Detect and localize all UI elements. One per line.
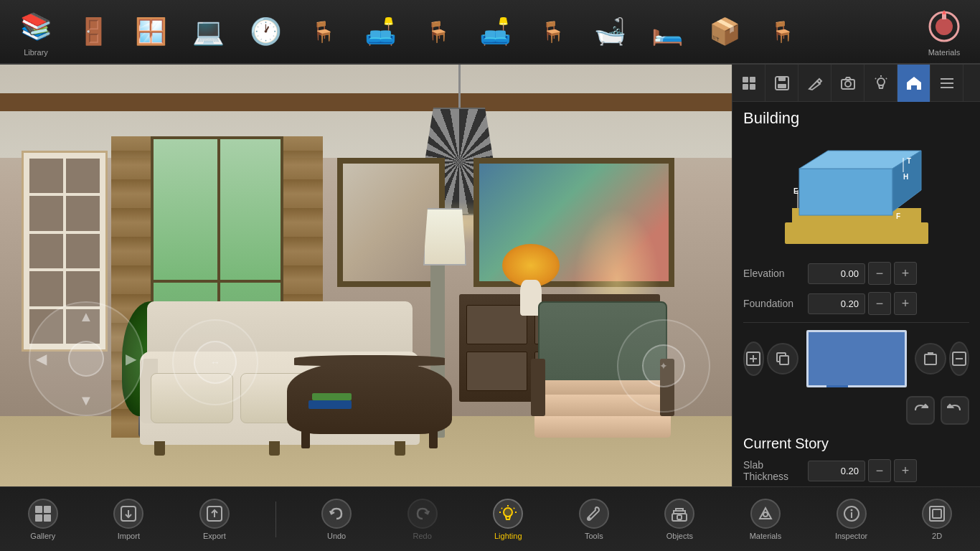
elevation-label: Elevation — [743, 268, 808, 279]
top-item-bed[interactable]: 🛏️ — [639, 3, 696, 60]
rp-tool-camera[interactable] — [831, 65, 864, 102]
slab-increase-button[interactable]: + — [894, 459, 917, 482]
foundation-label: Foundation — [743, 298, 808, 309]
action-control[interactable]: ✦ — [617, 319, 710, 413]
elevation-input[interactable] — [808, 263, 865, 284]
bt-redo[interactable]: Redo — [397, 491, 448, 548]
bt-objects[interactable]: Objects — [654, 491, 705, 548]
top-toolbar: 📚 Library 🚪 🪟 💻 🕐 🪑 🛋️ 🪑 🛋️ 🪑 🛁 🛏️ 📦 🪑 — [0, 0, 980, 65]
delete-story-button[interactable] — [949, 342, 970, 376]
bt-export[interactable]: Export — [189, 491, 240, 548]
top-item-laptop[interactable]: 💻 — [179, 3, 237, 60]
svg-marker-39 — [923, 405, 928, 408]
import-label: Import — [118, 532, 140, 540]
laptop-icon: 💻 — [189, 12, 228, 52]
materials-icon — [925, 7, 964, 47]
inspector-label: Inspector — [835, 532, 867, 540]
bt-inspector[interactable]: Inspector — [826, 491, 877, 548]
bt-2d[interactable]: 2D — [912, 491, 962, 548]
rp-tool-select[interactable] — [732, 65, 765, 102]
rp-tool-list[interactable] — [930, 65, 963, 102]
foundation-decrease-button[interactable]: − — [868, 292, 891, 315]
top-item-armchair-yellow[interactable]: 🛋️ — [352, 3, 409, 60]
main-scene[interactable]: ▲ ▼ ◀ ▶ ↔ ✦ — [0, 65, 732, 502]
top-item-chair-red2[interactable]: 🪑 — [753, 3, 811, 60]
bt-gallery[interactable]: Gallery — [18, 491, 68, 548]
objects-label: Objects — [666, 532, 693, 540]
toolbar-divider-1 — [275, 501, 276, 537]
red-chair2-icon: 🪑 — [763, 12, 802, 52]
slab-thickness-input[interactable] — [808, 461, 865, 481]
svg-rect-7 — [750, 84, 755, 90]
rp-tool-light[interactable] — [864, 65, 897, 102]
elevation-increase-button[interactable]: + — [894, 262, 917, 285]
bt-materials[interactable]: Materials — [740, 491, 791, 548]
elevation-decrease-button[interactable]: − — [868, 262, 891, 285]
bt-undo[interactable]: Undo — [311, 491, 362, 548]
foundation-row: Foundation − + — [743, 292, 969, 315]
rp-tool-paint[interactable] — [798, 65, 831, 102]
svg-rect-57 — [677, 515, 682, 519]
bt-lighting[interactable]: Lighting — [483, 491, 533, 548]
navigation-joystick[interactable]: ▲ ▼ ◀ ▶ — [29, 301, 143, 416]
divider-1 — [743, 322, 969, 323]
add-story-button[interactable] — [743, 342, 764, 376]
top-item-bench[interactable]: 🪑 — [524, 3, 581, 60]
top-item-window[interactable]: 🪟 — [122, 3, 179, 60]
window-icon: 🪟 — [131, 12, 171, 52]
scene-background: ▲ ▼ ◀ ▶ ↔ ✦ — [0, 65, 732, 502]
top-item-materials[interactable]: Materials — [915, 3, 973, 60]
paste-story-button[interactable] — [915, 343, 946, 375]
elevation-row: Elevation − + — [743, 262, 969, 285]
bt-tools[interactable]: Tools — [569, 491, 619, 548]
bt-import[interactable]: Import — [103, 491, 154, 548]
undo-icon — [321, 499, 352, 529]
nav-center[interactable] — [68, 341, 104, 377]
top-item-door[interactable]: 🚪 — [65, 3, 122, 60]
svg-rect-10 — [778, 84, 786, 88]
objects-icon — [664, 499, 694, 529]
svg-point-58 — [763, 512, 768, 517]
foundation-input[interactable] — [808, 293, 865, 314]
top-item-clock[interactable]: 🕐 — [237, 3, 294, 60]
redo-icon — [407, 499, 438, 529]
svg-point-49 — [504, 508, 512, 517]
right-panel-content: Building T H E F — [732, 102, 980, 502]
top-item-bathtub[interactable]: 🛁 — [581, 3, 639, 60]
top-item-chair-red[interactable]: 🪑 — [294, 3, 352, 60]
slab-decrease-button[interactable]: − — [868, 459, 891, 482]
bed-icon: 🛏️ — [648, 12, 687, 52]
rotate-left-button[interactable] — [906, 396, 935, 425]
rotation-inner[interactable]: ↔ — [194, 341, 237, 384]
foundation-increase-button[interactable]: + — [894, 292, 917, 315]
building-title: Building — [743, 109, 969, 128]
book-2 — [312, 393, 352, 400]
rotation-control[interactable]: ↔ — [172, 319, 258, 405]
rotate-right-button[interactable] — [941, 396, 969, 425]
library-icon: 📚 — [17, 7, 56, 47]
materials-bottom-label: Materials — [750, 532, 782, 540]
action-inner[interactable]: ✦ — [642, 344, 685, 387]
tools-icon — [579, 499, 609, 529]
redo-label: Redo — [413, 532, 432, 540]
pink-chair-icon: 🪑 — [418, 12, 458, 52]
top-item-library[interactable]: 📚 Library — [7, 3, 65, 60]
story-actions-row — [743, 330, 969, 387]
svg-text:F: F — [896, 212, 900, 220]
lighting-label: Lighting — [494, 532, 522, 540]
floor-lamp-shade — [423, 208, 466, 265]
materials-label: Materials — [928, 48, 961, 57]
svg-text:H: H — [903, 173, 908, 181]
tools-label: Tools — [585, 532, 603, 540]
svg-rect-6 — [743, 84, 748, 90]
top-item-chair-pink[interactable]: 🪑 — [409, 3, 466, 60]
library-label: Library — [24, 48, 48, 57]
copy-story-button[interactable] — [767, 343, 798, 375]
red-chair-icon: 🪑 — [303, 12, 343, 52]
top-item-shelf[interactable]: 📦 — [696, 3, 753, 60]
rp-tool-home[interactable] — [897, 65, 930, 102]
book-1 — [308, 400, 352, 409]
top-item-sofa[interactable]: 🛋️ — [466, 3, 524, 60]
house-diagram: T H E F — [743, 136, 969, 251]
rp-tool-save[interactable] — [765, 65, 798, 102]
